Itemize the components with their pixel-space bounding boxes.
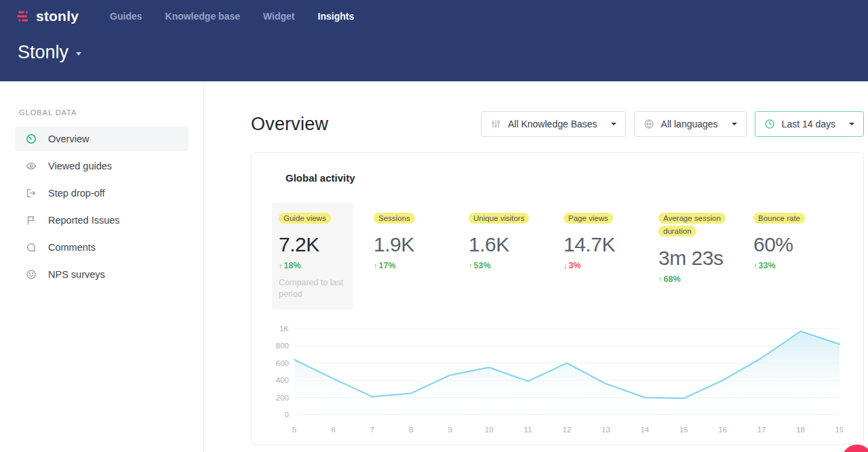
global-activity-chart: 02004006008001K5678910111213141516171819 [272, 321, 843, 448]
filter-value: Last 14 days [782, 119, 835, 129]
y-tick-label: 800 [276, 342, 289, 350]
metric-value: 3m 23s [658, 247, 726, 270]
sidebar-item-comments[interactable]: Comments [15, 235, 189, 260]
page-title: Overview [251, 114, 328, 135]
sidebar-item-viewed-guides[interactable]: Viewed guides [15, 154, 189, 178]
metric-tile-sessions[interactable]: Sessions 1.9K ↑17% [367, 203, 448, 310]
sidebar-item-label: Reported Issues [48, 215, 120, 226]
x-tick-label: 13 [601, 426, 610, 434]
x-tick-label: 7 [370, 426, 374, 434]
exit-icon [26, 188, 37, 199]
metric-label: Average session duration [658, 213, 726, 237]
sidebar-item-overview[interactable]: Overview [15, 127, 189, 151]
metric-tile-page-views[interactable]: Page views 14.7K ↓3% [557, 203, 637, 310]
metric-label: Page views [564, 213, 613, 224]
smiley-icon [26, 269, 37, 280]
metric-delta: ↑18% [279, 261, 346, 270]
sidebar: GLOBAL DATA Overview Viewed guides Step … [0, 81, 204, 452]
metric-delta: ↓3% [564, 261, 631, 270]
metric-tile-guide-views[interactable]: Guide views 7.2K ↑18% Compared to last p… [272, 203, 353, 310]
area-fill [294, 331, 840, 414]
top-navigation: stonly Guides Knowledge base Widget Insi… [0, 0, 868, 81]
chevron-down-icon [76, 52, 81, 56]
filter-value: All Knowledge Bases [508, 119, 597, 129]
flag-icon [26, 215, 37, 226]
globe-icon [644, 119, 654, 129]
sidebar-item-step-drop-off[interactable]: Step drop-off [15, 181, 189, 205]
trend-arrow-icon: ↑ [753, 262, 757, 270]
trend-arrow-icon: ↓ [564, 262, 568, 270]
sidebar-item-label: NPS surveys [48, 269, 105, 280]
sidebar-item-label: Viewed guides [48, 161, 112, 171]
primary-nav: Guides Knowledge base Widget Insights [110, 11, 354, 22]
x-tick-label: 17 [757, 426, 766, 434]
eye-icon [26, 161, 37, 171]
metric-delta: ↑17% [374, 261, 441, 270]
gauge-icon [26, 133, 37, 144]
global-activity-card: Global activity Guide views 7.2K ↑18% Co… [251, 152, 864, 445]
x-tick-label: 19 [835, 426, 843, 434]
x-tick-label: 15 [679, 426, 688, 434]
stonly-logo-icon [16, 11, 31, 22]
x-tick-label: 12 [563, 426, 572, 434]
logo-text: stonly [36, 8, 79, 24]
x-tick-label: 16 [718, 426, 727, 434]
chevron-down-icon [849, 123, 854, 125]
metric-delta: ↑68% [658, 274, 726, 284]
trend-arrow-icon: ↑ [279, 262, 283, 270]
nav-item-knowledge-base[interactable]: Knowledge base [165, 11, 240, 22]
metric-label: Bounce rate [753, 213, 805, 224]
metric-tile-average-session-duration[interactable]: Average session duration 3m 23s ↑68% [652, 203, 732, 310]
metric-value: 14.7K [564, 233, 631, 256]
knowledge-base-filter[interactable]: All Knowledge Bases [481, 111, 626, 137]
y-tick-label: 1K [279, 325, 289, 333]
comment-icon [26, 242, 37, 253]
x-tick-label: 8 [409, 426, 413, 434]
metric-delta: ↑53% [469, 261, 536, 270]
sidebar-item-reported-issues[interactable]: Reported Issues [15, 208, 189, 232]
language-filter[interactable]: All languages [634, 111, 747, 137]
trend-arrow-icon: ↑ [469, 262, 473, 270]
y-tick-label: 400 [276, 376, 289, 384]
x-tick-label: 18 [796, 426, 805, 434]
sidebar-item-label: Comments [48, 242, 96, 253]
y-tick-label: 0 [285, 411, 289, 419]
metric-value: 1.6K [469, 233, 536, 256]
nav-item-widget[interactable]: Widget [263, 11, 295, 22]
nav-item-insights[interactable]: Insights [318, 11, 355, 22]
metric-label: Unique visitors [469, 213, 529, 224]
chart-container: 02004006008001K5678910111213141516171819 [272, 321, 843, 448]
metric-value: 7.2K [279, 233, 346, 256]
workspace-name: Stonly [18, 42, 68, 63]
nav-item-guides[interactable]: Guides [110, 11, 142, 22]
x-tick-label: 11 [524, 426, 532, 434]
filters: All Knowledge Bases All languages [481, 111, 864, 137]
workspace-switcher[interactable]: Stonly [18, 42, 81, 63]
date-range-filter[interactable]: Last 14 days [755, 111, 864, 137]
x-tick-label: 10 [485, 426, 494, 434]
y-tick-label: 200 [276, 393, 289, 401]
metric-value: 60% [753, 233, 821, 256]
sidebar-menu: Overview Viewed guides Step drop-off Rep… [15, 127, 189, 287]
trend-arrow-icon: ↑ [658, 275, 663, 283]
chevron-down-icon [611, 123, 616, 125]
metric-note: Compared to last period [279, 277, 355, 300]
metric-value: 1.9K [374, 233, 441, 256]
x-tick-label: 6 [331, 426, 335, 434]
x-tick-label: 5 [292, 426, 296, 434]
sidebar-item-nps-surveys[interactable]: NPS surveys [15, 262, 189, 287]
metric-label: Sessions [374, 213, 415, 224]
metrics-row: Guide views 7.2K ↑18% Compared to last p… [272, 203, 843, 310]
stonly-logo[interactable]: stonly [16, 8, 79, 24]
sidebar-section-label: GLOBAL DATA [19, 108, 184, 117]
clock-icon [764, 119, 775, 129]
card-title: Global activity [285, 172, 843, 184]
metric-label: Guide views [279, 213, 331, 224]
metric-tile-bounce-rate[interactable]: Bounce rate 60% ↑33% [747, 203, 827, 310]
trend-arrow-icon: ↑ [374, 262, 378, 270]
sidebar-item-label: Overview [48, 133, 89, 144]
sliders-icon [490, 119, 501, 129]
main-content: Overview All Knowledge Bases [204, 81, 868, 452]
x-tick-label: 9 [448, 426, 452, 434]
metric-tile-unique-visitors[interactable]: Unique visitors 1.6K ↑53% [462, 203, 542, 310]
